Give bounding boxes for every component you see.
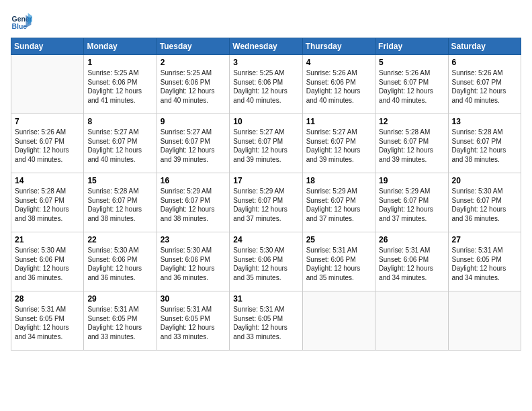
day-info: Sunrise: 5:31 AM Sunset: 6:05 PM Dayligh…	[15, 305, 80, 341]
day-info: Sunrise: 5:26 AM Sunset: 6:07 PM Dayligh…	[452, 68, 517, 105]
day-info: Sunrise: 5:31 AM Sunset: 6:05 PM Dayligh…	[87, 305, 152, 341]
day-number: 24	[233, 235, 298, 244]
calendar-cell: 18Sunrise: 5:29 AM Sunset: 6:07 PM Dayli…	[302, 173, 375, 232]
day-number: 10	[233, 117, 298, 126]
svg-text:Blue: Blue	[12, 23, 28, 30]
calendar-cell: 17Sunrise: 5:29 AM Sunset: 6:07 PM Dayli…	[230, 173, 302, 232]
day-info: Sunrise: 5:25 AM Sunset: 6:06 PM Dayligh…	[233, 68, 298, 105]
day-info: Sunrise: 5:28 AM Sunset: 6:07 PM Dayligh…	[87, 187, 152, 223]
day-info: Sunrise: 5:31 AM Sunset: 6:05 PM Dayligh…	[233, 305, 298, 341]
calendar-week-row: 1Sunrise: 5:25 AM Sunset: 6:06 PM Daylig…	[11, 55, 521, 114]
day-number: 6	[452, 58, 517, 67]
day-number: 14	[15, 176, 80, 185]
calendar-cell	[448, 291, 521, 351]
day-info: Sunrise: 5:31 AM Sunset: 6:05 PM Dayligh…	[452, 246, 517, 282]
day-info: Sunrise: 5:27 AM Sunset: 6:07 PM Dayligh…	[161, 128, 226, 164]
calendar-cell: 20Sunrise: 5:30 AM Sunset: 6:07 PM Dayli…	[448, 173, 521, 232]
calendar-cell: 3Sunrise: 5:25 AM Sunset: 6:06 PM Daylig…	[230, 55, 302, 114]
calendar-cell: 19Sunrise: 5:29 AM Sunset: 6:07 PM Dayli…	[375, 173, 448, 232]
day-info: Sunrise: 5:26 AM Sunset: 6:07 PM Dayligh…	[379, 68, 444, 105]
calendar-cell: 6Sunrise: 5:26 AM Sunset: 6:07 PM Daylig…	[448, 55, 521, 114]
day-number: 28	[15, 294, 80, 304]
calendar-cell: 2Sunrise: 5:25 AM Sunset: 6:06 PM Daylig…	[157, 55, 229, 114]
day-number: 27	[452, 235, 517, 244]
calendar-cell: 27Sunrise: 5:31 AM Sunset: 6:05 PM Dayli…	[448, 232, 521, 291]
calendar-cell	[11, 55, 84, 114]
calendar-week-row: 28Sunrise: 5:31 AM Sunset: 6:05 PM Dayli…	[11, 291, 521, 351]
calendar-cell: 24Sunrise: 5:30 AM Sunset: 6:06 PM Dayli…	[230, 232, 302, 291]
calendar-cell: 26Sunrise: 5:31 AM Sunset: 6:06 PM Dayli…	[375, 232, 448, 291]
day-number: 26	[379, 235, 444, 244]
page-container: General Blue SundayMondayTuesdayWednesda…	[11, 11, 521, 351]
day-number: 18	[306, 176, 371, 185]
day-info: Sunrise: 5:30 AM Sunset: 6:06 PM Dayligh…	[233, 246, 298, 282]
calendar-cell: 29Sunrise: 5:31 AM Sunset: 6:05 PM Dayli…	[84, 291, 157, 351]
calendar-cell: 25Sunrise: 5:31 AM Sunset: 6:06 PM Dayli…	[302, 232, 375, 291]
day-number: 5	[379, 58, 444, 67]
calendar-cell: 28Sunrise: 5:31 AM Sunset: 6:05 PM Dayli…	[11, 291, 84, 351]
day-number: 4	[306, 58, 371, 67]
weekday-header-monday: Monday	[84, 38, 157, 55]
day-info: Sunrise: 5:27 AM Sunset: 6:07 PM Dayligh…	[306, 128, 371, 164]
weekday-header-saturday: Saturday	[448, 38, 521, 55]
day-number: 2	[161, 58, 226, 67]
weekday-header-sunday: Sunday	[11, 38, 84, 55]
day-info: Sunrise: 5:29 AM Sunset: 6:07 PM Dayligh…	[233, 187, 298, 223]
day-info: Sunrise: 5:29 AM Sunset: 6:07 PM Dayligh…	[161, 187, 226, 223]
day-info: Sunrise: 5:31 AM Sunset: 6:06 PM Dayligh…	[379, 246, 444, 282]
day-number: 1	[87, 58, 152, 67]
weekday-header-thursday: Thursday	[302, 38, 375, 55]
day-info: Sunrise: 5:26 AM Sunset: 6:07 PM Dayligh…	[15, 128, 80, 164]
day-info: Sunrise: 5:30 AM Sunset: 6:06 PM Dayligh…	[87, 246, 152, 282]
logo: General Blue	[11, 11, 32, 32]
day-number: 12	[379, 117, 444, 126]
weekday-header-wednesday: Wednesday	[230, 38, 302, 55]
day-info: Sunrise: 5:28 AM Sunset: 6:07 PM Dayligh…	[452, 128, 517, 164]
day-number: 9	[161, 117, 226, 126]
calendar-cell: 5Sunrise: 5:26 AM Sunset: 6:07 PM Daylig…	[375, 55, 448, 114]
svg-marker-3	[28, 13, 32, 25]
calendar-cell	[375, 291, 448, 351]
weekday-header-friday: Friday	[375, 38, 448, 55]
day-number: 20	[452, 176, 517, 185]
day-number: 22	[87, 235, 152, 244]
calendar-cell: 10Sunrise: 5:27 AM Sunset: 6:07 PM Dayli…	[230, 114, 302, 173]
weekday-header-tuesday: Tuesday	[157, 38, 229, 55]
day-info: Sunrise: 5:31 AM Sunset: 6:06 PM Dayligh…	[306, 246, 371, 282]
day-number: 16	[161, 176, 226, 185]
calendar-cell: 11Sunrise: 5:27 AM Sunset: 6:07 PM Dayli…	[302, 114, 375, 173]
day-number: 25	[306, 235, 371, 244]
calendar-cell: 16Sunrise: 5:29 AM Sunset: 6:07 PM Dayli…	[157, 173, 229, 232]
calendar-table: SundayMondayTuesdayWednesdayThursdayFrid…	[11, 38, 521, 351]
day-number: 17	[233, 176, 298, 185]
calendar-cell: 30Sunrise: 5:31 AM Sunset: 6:05 PM Dayli…	[157, 291, 229, 351]
day-info: Sunrise: 5:29 AM Sunset: 6:07 PM Dayligh…	[306, 187, 371, 223]
day-number: 23	[161, 235, 226, 244]
day-info: Sunrise: 5:29 AM Sunset: 6:07 PM Dayligh…	[379, 187, 444, 223]
day-info: Sunrise: 5:31 AM Sunset: 6:05 PM Dayligh…	[161, 305, 226, 341]
day-info: Sunrise: 5:30 AM Sunset: 6:07 PM Dayligh…	[452, 187, 517, 223]
calendar-cell: 31Sunrise: 5:31 AM Sunset: 6:05 PM Dayli…	[230, 291, 302, 351]
day-info: Sunrise: 5:27 AM Sunset: 6:07 PM Dayligh…	[87, 128, 152, 164]
weekday-header-row: SundayMondayTuesdayWednesdayThursdayFrid…	[11, 38, 521, 55]
calendar-cell: 21Sunrise: 5:30 AM Sunset: 6:06 PM Dayli…	[11, 232, 84, 291]
calendar-cell: 9Sunrise: 5:27 AM Sunset: 6:07 PM Daylig…	[157, 114, 229, 173]
calendar-cell: 13Sunrise: 5:28 AM Sunset: 6:07 PM Dayli…	[448, 114, 521, 173]
day-info: Sunrise: 5:30 AM Sunset: 6:06 PM Dayligh…	[161, 246, 226, 282]
calendar-week-row: 7Sunrise: 5:26 AM Sunset: 6:07 PM Daylig…	[11, 114, 521, 173]
day-info: Sunrise: 5:27 AM Sunset: 6:07 PM Dayligh…	[233, 128, 298, 164]
day-number: 8	[87, 117, 152, 126]
day-info: Sunrise: 5:25 AM Sunset: 6:06 PM Dayligh…	[161, 68, 226, 105]
calendar-cell: 23Sunrise: 5:30 AM Sunset: 6:06 PM Dayli…	[157, 232, 229, 291]
day-number: 19	[379, 176, 444, 185]
calendar-cell: 12Sunrise: 5:28 AM Sunset: 6:07 PM Dayli…	[375, 114, 448, 173]
calendar-cell: 1Sunrise: 5:25 AM Sunset: 6:06 PM Daylig…	[84, 55, 157, 114]
day-info: Sunrise: 5:25 AM Sunset: 6:06 PM Dayligh…	[87, 68, 152, 105]
day-number: 15	[87, 176, 152, 185]
day-number: 7	[15, 117, 80, 126]
day-number: 3	[233, 58, 298, 67]
calendar-cell: 22Sunrise: 5:30 AM Sunset: 6:06 PM Dayli…	[84, 232, 157, 291]
header: General Blue	[11, 11, 521, 32]
calendar-cell: 4Sunrise: 5:26 AM Sunset: 6:06 PM Daylig…	[302, 55, 375, 114]
calendar-cell: 14Sunrise: 5:28 AM Sunset: 6:07 PM Dayli…	[11, 173, 84, 232]
